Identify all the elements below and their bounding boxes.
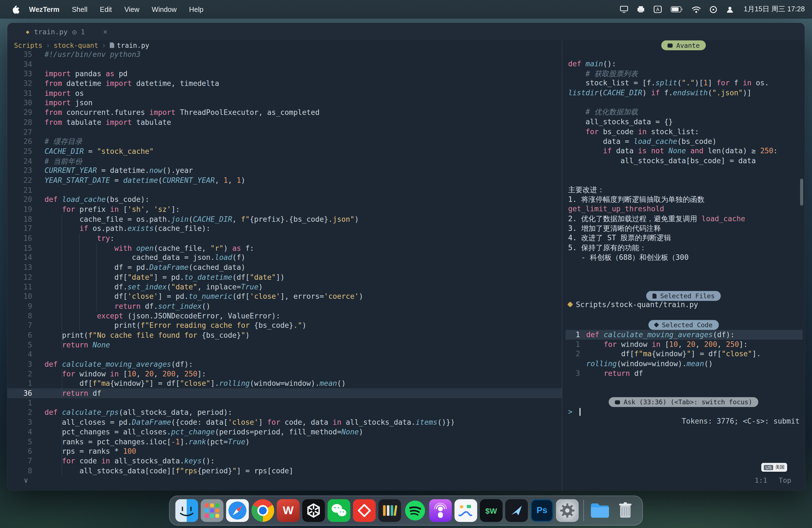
code-line: 17 if os.path.exists(cache_file): <box>7 224 562 234</box>
line-number: 13 <box>7 263 32 272</box>
line-number: 2 <box>566 349 586 359</box>
dock-item-podcasts[interactable] <box>429 499 452 522</box>
menu-item-help[interactable]: Help <box>189 5 204 13</box>
ask-input[interactable]: > <box>568 407 581 417</box>
line-number: 26 <box>7 137 32 146</box>
code-line: 35#!/usr/bin/env python3 <box>7 50 562 59</box>
assistant-code-line <box>568 98 778 107</box>
breadcrumb-dir[interactable]: Scripts <box>14 41 43 49</box>
user-icon[interactable] <box>726 5 734 13</box>
line-number: 9 <box>7 301 32 311</box>
menu-app-name[interactable]: WezTerm <box>29 5 59 13</box>
dock-item-wechat[interactable] <box>328 499 350 522</box>
line-number: 34 <box>7 59 32 69</box>
code-line: 31import os <box>7 88 562 98</box>
assistant-code-line: for bs_code in stock_list: <box>568 127 778 136</box>
dock-item-finder[interactable] <box>175 499 198 522</box>
line-number: 1 <box>7 398 32 408</box>
code-line: 6 print(f"No cache file found for {bs_co… <box>7 330 562 340</box>
dock-item-trash[interactable] <box>614 499 637 522</box>
line-number: 5 <box>7 340 32 350</box>
breadcrumb-file[interactable]: train.py <box>110 41 149 49</box>
menu-item-window[interactable]: Window <box>152 5 177 13</box>
dock-item-finance-app[interactable]: $W <box>480 499 503 522</box>
code-icon <box>654 322 659 327</box>
dock-item-system-settings[interactable] <box>556 499 579 522</box>
selected-code-line: rolling(window=window).mean() <box>566 359 803 368</box>
code-line: 34 <box>7 59 562 69</box>
input-source-badge: US 美国 <box>762 463 787 472</box>
code-line: 8 all_stocks_data[code][f"rps{period}"] … <box>7 466 562 475</box>
assistant-code-line: data = load_cache(bs_code) <box>568 136 778 146</box>
code-line: 32from datetime import datetime, timedel… <box>7 79 562 88</box>
input-source-a-icon[interactable]: A <box>654 6 662 13</box>
line-number <box>566 359 586 368</box>
dock-item-red-app[interactable] <box>353 499 376 522</box>
line-number: 32 <box>7 79 32 88</box>
line-number: 29 <box>7 108 32 117</box>
dock-item-photoshop[interactable]: Ps <box>531 499 553 522</box>
desktop: WezTerm ShellEditViewWindowHelp A 1月15日 … <box>0 0 812 528</box>
line-number: 17 <box>7 224 32 234</box>
code-line: 4 pct_changes = all_closes.pct_change(pe… <box>7 427 562 437</box>
menu-clock[interactable]: 1月15日 周三 17:28 <box>744 5 805 14</box>
breadcrumb-dir[interactable]: stock-quant <box>54 41 98 49</box>
menu-bar: WezTerm ShellEditViewWindowHelp A 1月15日 … <box>0 0 812 19</box>
selected-code-line: 1def calculate_moving_averages(df): <box>566 330 803 339</box>
statusline-marker: ∨ <box>24 476 28 484</box>
line-number: 3 <box>566 369 586 378</box>
code-line: 21 <box>7 185 562 195</box>
battery-icon[interactable] <box>671 6 683 13</box>
dock-item-chrome[interactable] <box>251 499 274 522</box>
status-line: ∨ 1:1 Top <box>7 475 805 485</box>
dock-item-downloads-folder[interactable] <box>589 499 611 522</box>
menu-item-edit[interactable]: Edit <box>100 5 112 13</box>
line-number: 28 <box>7 117 32 127</box>
line-number: 19 <box>7 205 32 214</box>
code-editor[interactable]: 35#!/usr/bin/env python33433import panda… <box>7 50 562 490</box>
code-line: 18 cache_file = os.path.join(CACHE_DIR, … <box>7 214 562 224</box>
dock-item-safari[interactable] <box>226 499 249 522</box>
dock-item-spotify[interactable] <box>404 499 427 522</box>
display-icon[interactable] <box>620 6 628 13</box>
tab-close-button[interactable]: × <box>103 27 107 35</box>
line-number: 11 <box>7 282 32 292</box>
scrollbar-thumb[interactable] <box>800 179 803 206</box>
wifi-icon[interactable] <box>692 6 701 13</box>
dock-item-wps-office[interactable]: W <box>277 499 300 522</box>
line-number: 25 <box>7 146 32 156</box>
selected-file-row[interactable]: Scripts/stock-quant/train.py <box>568 300 698 309</box>
avante-panel: Avante def main(): # 获取股票列表 stock_list =… <box>562 40 805 490</box>
code-line: 7 print(f"Error reading cache for {bs_co… <box>7 321 562 330</box>
code-line: 6 rps = ranks * 100 <box>7 446 562 456</box>
tab-indicator: ◎ 1 <box>72 27 85 35</box>
breadcrumb-separator: › <box>102 41 106 49</box>
indent-guide <box>62 369 62 398</box>
line-number: 4 <box>7 427 32 437</box>
assistant-code-line: listdir(CACHE_DIR) if f.endswith(".json"… <box>568 88 778 98</box>
dock-item-freeform[interactable] <box>454 499 477 522</box>
menu-item-shell[interactable]: Shell <box>72 5 87 13</box>
code-line: 13 df = pd.DataFrame(cached_data) <box>7 263 562 272</box>
dock-item-launchpad[interactable] <box>201 499 224 522</box>
code-line: 27 <box>7 127 562 137</box>
line-number: 6 <box>7 446 32 456</box>
code-line: 1 <box>7 398 562 408</box>
code-line: 3def calculate_moving_averages(df): <box>7 359 562 369</box>
line-number: 30 <box>7 98 32 108</box>
apple-menu-icon[interactable] <box>12 5 19 14</box>
printer-icon[interactable] <box>637 6 645 13</box>
selected-files-badge: Selected Files <box>646 291 721 301</box>
line-number: 12 <box>7 272 32 282</box>
selected-code-line: 2 df[f"ma{window}"] = df["close"]. <box>566 349 803 359</box>
dock-item-library-app[interactable] <box>378 499 401 522</box>
code-line-current: 36 return df <box>7 388 562 398</box>
assistant-note-line: 3. 增加了更清晰的代码注释 <box>568 224 745 233</box>
menu-item-view[interactable]: View <box>124 5 139 13</box>
focus-ring-icon[interactable] <box>710 5 717 13</box>
dock-item-dark-app[interactable] <box>505 499 528 522</box>
dock-item-chatgpt[interactable] <box>302 499 325 522</box>
tab-train-py[interactable]: ◆ train.py ◎ 1 × <box>26 27 107 35</box>
assistant-note-line: 4. 改进了 ST 股票的判断逻辑 <box>568 233 745 243</box>
code-line: 7 for code in all_stocks_data.keys(): <box>7 456 562 466</box>
